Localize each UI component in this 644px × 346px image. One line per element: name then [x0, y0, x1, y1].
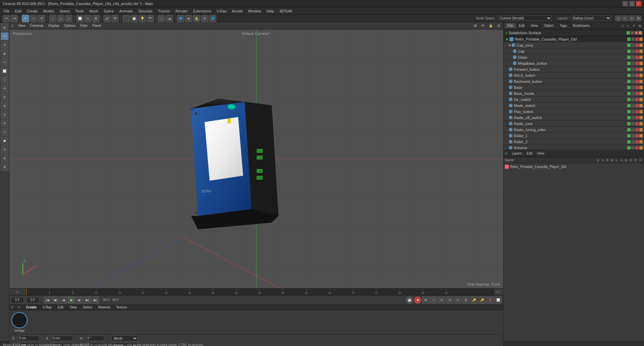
pb-auto-key-btn[interactable]: ⚙ — [422, 296, 429, 304]
floor-btn[interactable]: ⬚ — [158, 15, 165, 22]
vp-filter-btn[interactable]: Filter — [78, 23, 89, 28]
obj-row-glass[interactable]: Glass — [503, 54, 644, 60]
menu-tracker[interactable]: Tracker — [156, 8, 173, 14]
vp-view-btn[interactable]: View — [16, 23, 27, 28]
obj-row-forward[interactable]: Forward_button — [503, 66, 644, 72]
pb-loop-btn[interactable]: ↻ — [438, 296, 445, 304]
obj-row-megabass[interactable]: Megabass_button — [503, 60, 644, 66]
left-btn-8[interactable]: ⟳ — [1, 84, 9, 93]
layout-select[interactable]: Startup (User) — [571, 15, 611, 21]
bottom-menu-eq[interactable]: = — [16, 305, 22, 310]
left-btn-3[interactable]: ↺ — [1, 41, 9, 49]
sphere-btn[interactable]: ⬤ — [130, 15, 138, 22]
vp-panel-btn[interactable]: Panel — [91, 23, 103, 28]
h-input[interactable] — [86, 336, 104, 341]
left-btn-16[interactable]: ⊚ — [1, 154, 9, 162]
x-pos2-input[interactable] — [51, 336, 73, 341]
rp-tab-edit[interactable]: Edit — [516, 23, 527, 28]
rp-tab-view[interactable]: View — [528, 23, 541, 28]
left-btn-11[interactable]: S — [1, 111, 9, 119]
menu-create[interactable]: Create — [24, 8, 40, 14]
pb-icon4[interactable]: 🔑 — [478, 296, 486, 304]
pb-ping-pong-btn[interactable]: ↺ — [446, 296, 453, 304]
left-btn-15[interactable]: ⊙ — [1, 146, 9, 154]
pb-icon3[interactable]: 🔑 — [470, 296, 478, 304]
obj-row-play-button[interactable]: Play_button — [503, 109, 644, 115]
menu-select[interactable]: Select — [57, 8, 72, 14]
settings-btn[interactable]: ⚙ — [201, 15, 208, 22]
material-btn[interactable]: 🔷 — [177, 15, 184, 22]
sculpt-btn[interactable]: ⚒ — [111, 15, 119, 22]
play-btn[interactable]: ▶ — [68, 296, 75, 304]
left-btn-6[interactable]: ⬜ — [1, 67, 9, 75]
nodespace-select[interactable]: Current (Arnold) — [498, 15, 552, 21]
python-btn[interactable]: 🐍 — [193, 15, 200, 22]
bottom-menu-select[interactable]: Select — [81, 305, 94, 310]
left-btn-17[interactable]: ⊛ — [1, 163, 9, 171]
bottom-menu-view[interactable]: View — [68, 305, 78, 310]
world-dropdown[interactable]: World Local Object — [111, 335, 138, 341]
left-btn-7[interactable]: │ — [1, 76, 9, 84]
obj-row-base-inside[interactable]: Base_Inside — [503, 91, 644, 97]
bottom-menu-edit[interactable]: Edit — [56, 305, 65, 310]
vp-lock-btn[interactable]: 🔒 — [487, 23, 494, 28]
layout-btn-3[interactable]: ✕ — [629, 15, 635, 21]
layout-btn-2[interactable]: ▷ — [622, 15, 628, 21]
layers-menu-edit[interactable]: Edit — [525, 151, 534, 156]
grid-btn[interactable]: 🌐 — [209, 15, 216, 22]
render-settings-btn[interactable]: ⚙ — [92, 15, 100, 22]
material-vintage[interactable]: Vintage — [11, 312, 28, 332]
scale-tool-btn[interactable]: ↔ — [30, 15, 37, 22]
go-to-start-btn[interactable]: |◀ — [44, 296, 51, 304]
left-btn-10[interactable]: $ — [1, 102, 9, 110]
playback-fps-input[interactable] — [26, 297, 40, 303]
layers-hamburger[interactable]: ☰ — [505, 152, 507, 155]
vp-hamburger-icon[interactable]: ☰ — [11, 24, 14, 27]
vp-options-btn[interactable]: Options — [62, 23, 77, 28]
bottom-hamburger-icon[interactable]: ☰ — [11, 305, 14, 309]
pb-icon2[interactable]: ⊚ — [462, 296, 470, 304]
bottom-menu-vray[interactable]: V-Ray — [41, 305, 53, 310]
rp-tab-file[interactable]: File — [505, 23, 516, 28]
vp-expand-btn[interactable]: ⊡ — [496, 23, 502, 28]
pb-icon1[interactable]: ⊙ — [454, 296, 462, 304]
prev-frame-btn[interactable]: ◀ — [60, 296, 67, 304]
layer-row-main[interactable]: Retro_Portable_Cassette_Player_Old — [503, 163, 644, 170]
bottom-menu-texture[interactable]: Texture — [114, 305, 129, 310]
rp-tab-bookmarks[interactable]: Bookmarks — [570, 23, 592, 28]
left-btn-4[interactable]: ◈ — [1, 50, 9, 58]
obj-row-backward[interactable]: Backward_button — [503, 78, 644, 84]
paint-btn[interactable]: 🖌 — [103, 15, 111, 22]
menu-help[interactable]: Help — [264, 8, 276, 14]
menu-spline[interactable]: Spline — [101, 8, 116, 14]
camera-btn[interactable]: 📷 — [147, 15, 154, 22]
obj-row-radio-tune[interactable]: Radio_tune — [503, 121, 644, 127]
menu-arnold[interactable]: Arnold — [229, 8, 245, 14]
menu-render[interactable]: Render — [173, 8, 190, 14]
sky-btn[interactable]: ☁ — [166, 15, 173, 22]
menu-modes[interactable]: Modes — [41, 8, 57, 14]
pb-icon6[interactable]: 📊 — [494, 296, 502, 304]
rp-tab-tags[interactable]: Tags — [557, 23, 570, 28]
render-region-btn[interactable]: ⬜ — [76, 15, 84, 22]
rp-icon-next[interactable]: ▷ — [625, 23, 631, 28]
bottom-menu-material[interactable]: Material — [97, 305, 112, 310]
menu-window[interactable]: Window — [246, 8, 263, 14]
obj-row-roller-2[interactable]: Roller_2 — [503, 139, 644, 145]
obj-row-cap-sony[interactable]: ▶ Cap_sony — [503, 42, 644, 48]
menu-3dtoall[interactable]: 3DToAll — [277, 8, 294, 14]
vp-sync-btn[interactable]: ⟲ — [480, 23, 486, 28]
layout-btn-4[interactable]: ⊞ — [635, 15, 641, 21]
rotate-tool-btn[interactable]: ↺ — [38, 15, 45, 22]
close-button[interactable]: ✕ — [636, 1, 641, 6]
minimize-button[interactable]: ─ — [623, 1, 628, 6]
next-frame-btn[interactable]: ▶ — [76, 296, 83, 304]
menu-extensions[interactable]: Extensions — [191, 8, 214, 14]
viewport[interactable]: X Y — [9, 30, 503, 288]
obj-row-cap[interactable]: Cap — [503, 48, 644, 54]
left-btn-1[interactable]: ⊞ — [1, 23, 9, 32]
pb-record-btn2[interactable]: ⏺ — [414, 296, 421, 304]
obj-row-avls[interactable]: AVLS_switch — [503, 72, 644, 78]
layout-btn-1[interactable]: ◁ — [615, 15, 621, 21]
bottom-menu-create[interactable]: Create — [24, 305, 38, 310]
